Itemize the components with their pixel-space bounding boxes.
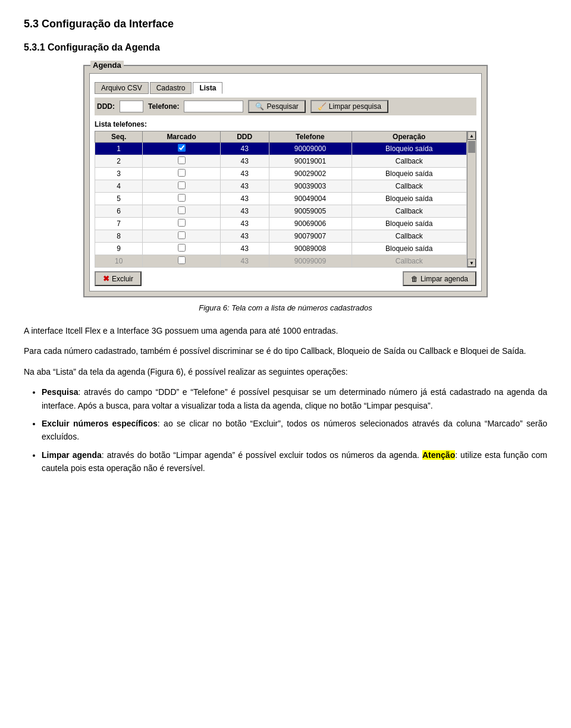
search-bar: DDD: Telefone: 🔍 Pesquisar 🧹 Limpar pesq… [95,98,476,115]
bullet-pesquisa: Pesquisa: através do campo “DDD” e “Tele… [42,385,547,412]
table-row[interactable]: 54390049004Bloqueio saída [95,193,467,205]
col-seq: Seq. [95,131,143,143]
telefone-input[interactable] [184,101,243,112]
cell-seq: 4 [95,180,143,193]
subsection-title: 5.3.1 Configuração da Agenda [24,42,547,53]
table-row[interactable]: 104390099009Callback [95,255,467,268]
cell-ddd: 43 [220,243,269,255]
table-row[interactable]: 24390019001Callback [95,155,467,168]
pesquisar-button[interactable]: 🔍 Pesquisar [248,100,305,113]
tab-arquivo-csv[interactable]: Arquivo CSV [95,82,149,94]
cell-seq: 10 [95,255,143,268]
scroll-thumb[interactable] [468,141,475,153]
cell-operacao: Callback [352,180,467,193]
ddd-label: DDD: [97,102,115,111]
atencao-highlight: Atenção [422,450,455,460]
limpar-pesquisa-button[interactable]: 🧹 Limpar pesquisa [310,100,388,113]
cell-marcado[interactable] [143,243,221,255]
scroll-down-arrow[interactable]: ▼ [468,259,476,267]
cell-operacao: Callback [352,155,467,168]
cell-ddd: 43 [220,193,269,205]
table-row[interactable]: 94390089008Bloqueio saída [95,243,467,255]
limpar-agenda-button[interactable]: 🗑 Limpar agenda [403,271,476,286]
cell-telefone: 90059005 [269,205,352,218]
cell-seq: 7 [95,218,143,230]
agenda-inner: Arquivo CSV Cadastro Lista DDD: Telefone… [89,73,482,291]
cell-marcado[interactable] [143,155,221,168]
cell-operacao: Bloqueio saída [352,243,467,255]
table-row[interactable]: 44390039003Callback [95,180,467,193]
cell-ddd: 43 [220,143,269,155]
body-para2: Para cada número cadastrado, também é po… [24,344,547,357]
col-telefone: Telefone [269,131,352,143]
agenda-window: Agenda Arquivo CSV Cadastro Lista DDD: T… [83,65,488,297]
cell-seq: 3 [95,168,143,180]
limpar-bold: Limpar agenda [42,450,102,460]
cell-operacao: Bloqueio saída [352,193,467,205]
delete-icon: ✖ [103,274,109,283]
bullet-limpar-agenda: Limpar agenda: através do botão “Limpar … [42,448,547,475]
cell-ddd: 43 [220,205,269,218]
cell-marcado[interactable] [143,205,221,218]
cell-ddd: 43 [220,218,269,230]
tab-lista[interactable]: Lista [193,82,222,94]
cell-telefone: 90089008 [269,243,352,255]
cell-telefone: 90069006 [269,218,352,230]
cell-telefone: 90049004 [269,193,352,205]
pesquisa-rest: : através do campo “DDD” e “Telefone” é … [42,387,547,410]
search-icon: 🔍 [255,102,264,111]
section-title: 5.3 Configuração da Interface [24,18,547,30]
phone-table: Seq. Marcado DDD Telefone Operação 14390… [95,131,467,268]
cell-marcado[interactable] [143,193,221,205]
table-scroll-area: Seq. Marcado DDD Telefone Operação 14390… [95,131,467,268]
excluir-button[interactable]: ✖ Excluir [95,271,142,286]
cell-seq: 6 [95,205,143,218]
table-row[interactable]: 64390059005Callback [95,205,467,218]
ddd-input[interactable] [120,101,143,112]
telefone-label: Telefone: [148,102,179,111]
cell-telefone: 90029002 [269,168,352,180]
tab-cadastro[interactable]: Cadastro [150,82,192,94]
cell-marcado[interactable] [143,218,221,230]
cell-marcado[interactable] [143,168,221,180]
agenda-window-title: Agenda [90,61,124,70]
bullet-excluir: Excluir números específicos: ao se clica… [42,417,547,444]
eraser-icon: 🧹 [318,102,327,111]
body-para3: Na aba “Lista” da tela da agenda (Figura… [24,365,547,378]
cell-operacao: Bloqueio saída [352,168,467,180]
cell-operacao: Callback [352,230,467,243]
tab-bar: Arquivo CSV Cadastro Lista [95,82,476,94]
cell-operacao: Callback [352,205,467,218]
cell-ddd: 43 [220,255,269,268]
cell-marcado[interactable] [143,255,221,268]
cell-telefone: 90039003 [269,180,352,193]
cell-telefone: 90099009 [269,255,352,268]
col-ddd: DDD [220,131,269,143]
list-title: Lista telefones: [95,120,476,128]
cell-ddd: 43 [220,180,269,193]
cell-telefone: 90079007 [269,230,352,243]
scrollbar[interactable]: ▲ ▼ [467,131,476,268]
cell-operacao: Callback [352,255,467,268]
table-row[interactable]: 84390079007Callback [95,230,467,243]
scroll-up-arrow[interactable]: ▲ [468,131,476,140]
col-marcado: Marcado [143,131,221,143]
bullet-list: Pesquisa: através do campo “DDD” e “Tele… [42,385,547,475]
cell-seq: 9 [95,243,143,255]
cell-ddd: 43 [220,155,269,168]
cell-operacao: Bloqueio saída [352,218,467,230]
body-para1: A interface Itcell Flex e a Interface 3G… [24,324,547,337]
table-row[interactable]: 74390069006Bloqueio saída [95,218,467,230]
bottom-bar: ✖ Excluir 🗑 Limpar agenda [95,271,476,286]
cell-marcado[interactable] [143,143,221,155]
table-row[interactable]: 14390009000Bloqueio saída [95,143,467,155]
cell-telefone: 90009000 [269,143,352,155]
cell-marcado[interactable] [143,230,221,243]
cell-marcado[interactable] [143,180,221,193]
cell-ddd: 43 [220,230,269,243]
table-row[interactable]: 34390029002Bloqueio saída [95,168,467,180]
pesquisa-bold: Pesquisa [42,387,78,397]
figure-caption: Figura 6: Tela com a lista de números ca… [199,303,372,312]
clear-agenda-icon: 🗑 [411,275,418,283]
cell-seq: 1 [95,143,143,155]
